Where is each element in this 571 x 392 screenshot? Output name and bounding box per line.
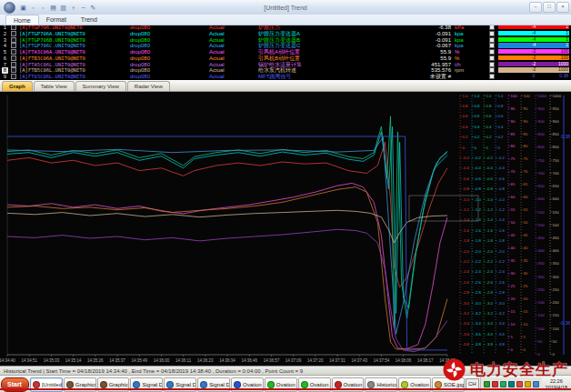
value-tick-label: 65 — [524, 182, 528, 186]
trace-visibility-checkbox[interactable] — [489, 31, 495, 36]
value-tick-label: -3.8 — [463, 342, 470, 347]
trace-visibility-checkbox[interactable] — [489, 37, 495, 43]
close-button[interactable]: × — [556, 2, 569, 13]
signal-row-6[interactable]: 6[A]FTB3C06A.UNIT0@NET0drop080Actual引风机B… — [0, 55, 571, 62]
signal-row-1[interactable]: 1[A]FTGP706.UNIT0@NET0drop080Actual炉膛压力-… — [0, 25, 571, 31]
trend-chart-svg[interactable]: 14:34:4014:34:5114:35:0314:35:1414:35:26… — [0, 91, 571, 366]
signal-row-4[interactable]: 4[A]FTGP706C.UNIT0@NET0drop080Actual炉膛压力… — [0, 43, 571, 49]
signal-row-8[interactable]: 8[A]FTB5C06L.UNIT0@NET0drop080Actual给水泵汽… — [0, 67, 571, 74]
scale-color-bar: -2100 — [498, 55, 569, 60]
trace-visibility-checkbox[interactable] — [489, 74, 495, 79]
value-tick-label: 0 — [486, 146, 489, 150]
value-tick-label: 90 — [511, 119, 516, 124]
time-tick-label: 14:38:17 — [417, 358, 434, 363]
value-tick-label: -1.8 — [475, 238, 482, 243]
point-type-icon — [11, 31, 16, 36]
value-tick-label: -2.0 — [475, 249, 482, 254]
point-type-icon — [11, 62, 16, 67]
value-tick-label: 0.6 — [498, 114, 505, 118]
drop-name: drop080 — [130, 74, 150, 80]
minimize-button[interactable]: – — [529, 2, 542, 13]
value-tick-label: 70 — [511, 169, 516, 174]
tray-messenger-icon[interactable] — [508, 381, 515, 387]
taskbar-button-label: Ovation De... — [243, 382, 264, 387]
value-tick-label: 40 — [511, 246, 516, 250]
trace-visibility-checkbox[interactable] — [489, 49, 495, 55]
value-tick-label: 600 — [553, 196, 560, 201]
tray-alert-icon[interactable] — [516, 381, 523, 387]
point-name: [A]FTA3C06A.UNIT0@NET0 — [19, 49, 85, 55]
value-tick-label: 65 — [511, 182, 516, 186]
ribbon-tab-trend[interactable]: Trend — [74, 15, 105, 25]
view-tab-summary-view[interactable]: Summary View — [75, 81, 126, 91]
value-tick-label: -2.0 — [486, 249, 494, 254]
engineering-units: % — [455, 55, 459, 62]
scale-max-label: 1 — [566, 37, 568, 42]
point-name: [A]FTA5C06L.UNIT0@NET0 — [19, 62, 85, 68]
trace-visibility-checkbox[interactable] — [489, 62, 495, 67]
value-tick-label: -2.8 — [475, 290, 482, 295]
ribbon-tab-home[interactable]: Home — [5, 15, 39, 25]
value-tick-label: -0.4 — [486, 166, 494, 170]
value-tick-label: 95 — [511, 106, 516, 111]
value-tick-label: 5 — [524, 335, 526, 339]
view-tab-radar-view[interactable]: Radar View — [127, 81, 170, 91]
value-tick-label: -2.6 — [498, 280, 506, 285]
view-tab-graph[interactable]: Graph — [2, 81, 33, 91]
value-tick-label: 0.6 — [475, 114, 481, 118]
scale-color-bar: 00.38 — [498, 74, 569, 78]
value-tick-label: 600 — [538, 196, 546, 201]
value-tick-label: 500 — [538, 223, 546, 227]
maximize-button[interactable]: □ — [543, 2, 556, 13]
value-tick-label: -0.2 — [475, 156, 482, 160]
ribbon-tab-format[interactable]: Format — [39, 15, 74, 25]
tray-volume-icon[interactable] — [533, 381, 539, 387]
point-name: [A]FT03C06L.UNIT0@NET0 — [19, 74, 85, 80]
value-tick-label: 1.0 — [498, 94, 505, 98]
scale-min-label: -2 — [532, 62, 536, 66]
value-tick-label: 650 — [553, 184, 560, 188]
scale-max-label: 100 — [561, 49, 568, 54]
tray-update-icon[interactable] — [525, 381, 531, 387]
signal-row-7[interactable]: 7[A]FTA5C06L.UNIT0@NET0drop080Actual锅炉给水… — [0, 62, 571, 68]
value-tick-label: 1.0 — [475, 94, 481, 98]
value-tick-label: 0.4 — [475, 125, 481, 129]
trend-application-window: ▣◦◦▤▥＋−✎ [Untitled] Trend – □ × HomeForm… — [0, 0, 571, 392]
value-tick-label: -1.2 — [463, 207, 470, 212]
value-tick-label: -0.8 — [498, 186, 506, 191]
value-tick-label: -1.8 — [486, 238, 494, 243]
value-tick-label: 1.0 — [486, 94, 493, 98]
value-tick-label: -0.4 — [463, 166, 470, 170]
current-value: -0.067 — [387, 43, 451, 49]
signal-row-2[interactable]: 2[A]FTGP706A.UNIT0@NET0drop080Actual炉膛压力… — [0, 31, 571, 37]
trace-visibility-checkbox[interactable] — [489, 55, 495, 61]
value-tick-label: -1.8 — [463, 238, 470, 243]
view-tab-table-view[interactable]: Table View — [34, 81, 75, 91]
drop-name: drop080 — [130, 55, 150, 62]
value-tick-label: -3.4 — [498, 321, 506, 326]
trace-visibility-checkbox[interactable] — [489, 67, 495, 73]
digital-low-marker: -0.38 — [560, 320, 571, 326]
value-tick-label: 45 — [524, 233, 528, 237]
scale-min-label: -4 — [532, 43, 536, 47]
value-tick-label: -0.4 — [475, 166, 482, 170]
value-tick-label: 700 — [553, 171, 560, 176]
value-tick-label: 900 — [538, 119, 546, 124]
tray-network-icon[interactable] — [500, 381, 506, 387]
value-mode: Actual — [209, 37, 225, 44]
value-tick-label: -3.2 — [475, 311, 482, 316]
signal-row-9[interactable]: 9[A]FT03C06L.UNIT0@NET0drop080ActualMFT跳… — [0, 74, 571, 80]
tray-status-green-icon[interactable] — [484, 381, 490, 387]
trace-visibility-checkbox[interactable] — [489, 43, 495, 48]
tray-alarm-red-icon[interactable] — [492, 381, 498, 387]
trend-window-icon — [33, 381, 40, 388]
value-tick-label: 350 — [538, 261, 546, 266]
value-tick-label: 70 — [524, 169, 528, 174]
value-tick-label: 20 — [524, 297, 528, 301]
trend-chart-area[interactable]: 14:34:4014:34:5114:35:0314:35:1414:35:26… — [0, 91, 571, 366]
value-tick-label: 750 — [538, 158, 546, 163]
signal-row-5[interactable]: 5[A]FTA3C06A.UNIT0@NET0drop080Actual引风机A… — [0, 49, 571, 55]
row-number: 5 — [2, 49, 8, 55]
value-tick-label: -2.4 — [463, 269, 470, 274]
value-tick-label: 0.4 — [486, 125, 493, 129]
